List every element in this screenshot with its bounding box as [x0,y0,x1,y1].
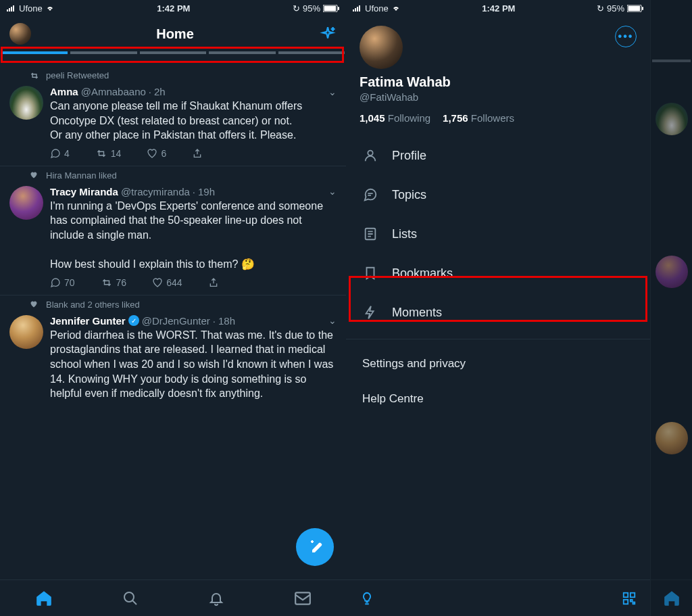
tweet-avatar[interactable] [9,86,43,120]
svg-rect-5 [324,5,337,11]
heart-icon [30,300,41,308]
reply-count: 70 [64,277,75,288]
tweet-author-handle[interactable]: @Amnabaano [81,86,146,97]
clock-label: 1:42 PM [157,3,190,14]
tweet-author-name[interactable]: Amna [50,86,78,97]
tweet[interactable]: Tracy Miranda @tracymiranda · 19h ⌄ I'm … [0,182,346,295]
topics-icon [362,187,378,202]
drawer-item-profile[interactable]: Profile [360,136,637,175]
battery-icon [627,5,643,12]
tweet-timestamp: 19h [198,186,215,197]
like-button[interactable]: 644 [152,277,182,288]
retweet-count: 76 [116,277,127,288]
nav-home-icon[interactable] [663,590,681,607]
svg-rect-22 [633,602,635,604]
drawer-item-settings[interactable]: Settings and privacy [360,346,637,381]
sliver-avatar [656,103,688,135]
nav-search-icon[interactable] [122,590,139,607]
annotation-highlight-progress [1,47,344,63]
svg-rect-21 [631,599,633,601]
svg-rect-1 [9,8,10,11]
battery-label: 95% [607,3,624,14]
lightbulb-icon[interactable] [360,591,374,606]
svg-point-16 [368,151,372,156]
following-stat[interactable]: 1,045 Following [360,112,430,124]
drawer-item-topics[interactable]: Topics [360,175,637,214]
wifi-icon [391,5,401,11]
context-text: peeli Retweeted [46,70,109,80]
context-text: Hira Mannan liked [46,170,117,181]
nav-notifications-icon[interactable] [208,590,224,607]
svg-rect-19 [631,592,635,596]
reply-button[interactable]: 70 [50,277,75,288]
retweet-button[interactable]: 76 [101,277,127,288]
like-count: 6 [161,148,166,159]
drawer-display-name[interactable]: Fatima Wahab [360,74,637,90]
share-button[interactable] [208,277,219,288]
carrier-label: Ufone [365,3,389,14]
sparkle-icon[interactable] [319,25,337,43]
drawer-item-help[interactable]: Help Centre [360,381,637,417]
chevron-down-icon[interactable]: ⌄ [328,186,337,197]
signal-icon [7,5,16,11]
compose-tweet-button[interactable] [296,528,334,566]
verified-icon: ✓ [128,315,139,326]
followers-count: 1,756 [443,112,468,124]
rotation-lock-icon: ↻ [597,3,604,14]
qr-code-icon[interactable] [622,591,637,606]
tweet-author-handle[interactable]: @tracymiranda [121,186,190,197]
timeline-feed[interactable]: peeli Retweeted Amna @Amnabaano · 2h ⌄ C… [0,66,346,579]
tweet-author-name[interactable]: Jennifer Gunter [50,315,126,327]
svg-rect-12 [359,5,360,11]
svg-rect-0 [7,9,8,11]
tweet[interactable]: Jennifer Gunter ✓ @DrJenGunter · 18h ⌄ P… [0,311,346,408]
context-text: Blank and 2 others liked [46,300,140,310]
drawer-item-label: Lists [392,227,417,241]
chevron-down-icon[interactable]: ⌄ [328,315,337,326]
chevron-down-icon[interactable]: ⌄ [328,87,337,97]
background-timeline-sliver [650,0,692,616]
drawer-avatar[interactable] [360,26,403,69]
svg-rect-14 [628,5,641,11]
drawer-bottom-bar [346,579,650,616]
tweet[interactable]: Amna @Amnabaano · 2h ⌄ Can anyone please… [0,82,346,166]
divider [346,339,650,339]
tweet-author-handle[interactable]: @DrJenGunter [142,315,210,327]
carrier-label: Ufone [19,3,43,14]
drawer-item-label: Topics [392,188,426,202]
retweet-button[interactable]: 14 [95,148,122,159]
tweet-text: I'm running a 'DevOps Experts' conferenc… [50,199,337,272]
followers-stat[interactable]: 1,756 Followers [443,112,514,124]
share-button[interactable] [192,148,203,159]
tweet-timestamp: 18h [218,315,235,327]
profile-icon [362,148,378,163]
profile-avatar-button[interactable] [9,23,31,45]
phone-home-screen: Ufone 1:42 PM ↻ 95% Home [0,0,346,616]
svg-rect-11 [357,7,358,11]
tweet-context: Blank and 2 others liked [0,295,346,311]
tweet-author-name[interactable]: Tracy Miranda [50,186,118,197]
tweet-avatar[interactable] [9,186,43,220]
nav-home-icon[interactable] [35,590,53,607]
tweet-avatar[interactable] [9,315,43,349]
tweet-text: Period diarrhea is the WORST. That was m… [50,328,337,401]
svg-rect-20 [624,599,628,603]
nav-messages-icon[interactable] [294,591,312,606]
sliver-avatar [656,422,688,454]
svg-rect-10 [355,8,356,11]
lists-icon [362,227,378,241]
heart-icon [30,171,41,179]
signal-icon [353,5,362,11]
dot-separator: · [213,315,216,327]
reply-count: 4 [64,148,70,159]
drawer-item-label: Profile [392,149,426,163]
sliver-avatar [656,256,688,288]
svg-rect-6 [338,7,339,10]
tweet-context: peeli Retweeted [0,66,346,82]
drawer-handle[interactable]: @FatiWahab [360,91,637,103]
drawer-item-lists[interactable]: Lists [360,214,637,254]
more-accounts-button[interactable]: ••• [615,26,637,47]
like-button[interactable]: 6 [147,148,166,159]
svg-point-7 [124,592,134,602]
reply-button[interactable]: 4 [50,148,70,159]
